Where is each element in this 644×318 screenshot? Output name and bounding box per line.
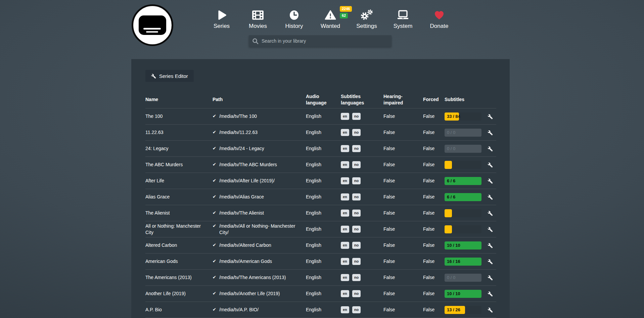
series-path: /media/tv/24 - Legacy [219,145,264,152]
nav-label: History [285,23,303,30]
forced-cell: False [423,129,445,136]
audio-language-cell: English [306,178,341,184]
series-name[interactable]: 24: Legacy [145,145,213,152]
edit-series-button[interactable] [481,146,496,151]
hearing-impaired-cell: False [383,242,423,248]
edit-series-button[interactable] [481,162,496,168]
series-name[interactable]: All or Nothing: Manchester City [145,223,213,236]
header-subtitles: Subtitles [445,96,481,103]
subtitles-progress-label: 6 / 6 [447,193,455,201]
nav-item-movies[interactable]: Movies [240,7,276,30]
table-row: 11.22.63 ✔ /media/tv/11.22.63 English en… [145,125,496,141]
nav-item-system[interactable]: System [385,7,421,30]
bazarr-logo[interactable] [132,4,173,46]
check-icon: ✔ [213,258,216,265]
subtitles-languages-cell: enno [341,306,383,313]
edit-series-button[interactable] [481,194,496,200]
forced-cell: False [423,307,445,313]
edit-series-button[interactable] [481,307,496,313]
subtitles-cell [445,209,481,217]
subtitles-languages-cell: enno [341,193,383,200]
edit-series-button[interactable] [481,275,496,280]
main-nav: Series Movies History 2 [203,7,457,30]
series-name[interactable]: The Americans (2013) [145,274,213,281]
series-editor-button[interactable]: Series Editor [145,70,194,82]
wanted-badges: 2246 62 [340,6,352,18]
language-badge: en [341,290,349,297]
edit-series-button[interactable] [481,259,496,264]
audio-language-cell: English [306,129,341,136]
check-icon: ✔ [213,162,216,168]
series-name[interactable]: The 100 [145,113,213,120]
table-row: Altered Carbon ✔ /media/tv/Altered Carbo… [145,237,496,254]
subtitles-progress-label: 10 / 10 [447,241,460,249]
series-name[interactable]: A.P. Bio [145,307,213,313]
edit-series-button[interactable] [481,211,496,216]
edit-series-button[interactable] [481,291,496,297]
series-path: /media/tv/A.P. BIO/ [219,307,259,313]
subtitles-languages-cell: enno [341,274,383,281]
subtitles-progress-bar: 10 / 10 [445,290,481,298]
table-row: The ABC Murders ✔ /media/tv/The ABC Murd… [145,157,496,173]
table-row: The Americans (2013) ✔ /media/tv/The Ame… [145,270,496,286]
wrench-icon [488,307,493,313]
audio-language-cell: English [306,274,341,281]
edit-series-button[interactable] [481,178,496,184]
forced-cell: False [423,178,445,184]
audio-language-cell: English [306,162,341,168]
series-name[interactable]: The Alienist [145,210,213,216]
audio-language-cell: English [306,113,341,120]
subtitles-cell: 0 / 0 [445,274,481,282]
series-path-cell: ✔ /media/tv/Altered Carbon [213,242,306,248]
series-name[interactable]: 11.22.63 [145,129,213,136]
language-badge: en [341,258,349,265]
table-row: All or Nothing: Manchester City ✔ /media… [145,221,496,237]
edit-series-button[interactable] [481,130,496,135]
forced-cell: False [423,226,445,232]
series-path-cell: ✔ /media/tv/The ABC Murders [213,162,306,168]
series-name[interactable]: The ABC Murders [145,162,213,168]
nav-item-settings[interactable]: Settings [349,7,385,30]
subtitles-cell [445,161,481,169]
wrench-icon [488,194,493,200]
nav-label: Settings [356,23,377,30]
nav-item-wanted[interactable]: 2246 62 Wanted [312,7,349,30]
language-badge: no [352,129,361,136]
series-path: /media/tv/Altered Carbon [219,242,271,248]
nav-item-history[interactable]: History [276,7,312,30]
edit-series-button[interactable] [481,227,496,232]
subtitles-cell [445,225,481,233]
table-row: The 100 ✔ /media/tv/The 100 English enno… [145,108,496,125]
audio-language-cell: English [306,226,341,232]
wrench-icon [488,243,493,248]
edit-series-button[interactable] [481,243,496,248]
nav-item-series[interactable]: Series [203,7,240,30]
subtitles-cell: 6 / 6 [445,193,481,201]
subtitles-progress-bar: 6 / 6 [445,193,481,201]
subtitles-cell: 33 / 84 [445,112,481,121]
wanted-warning-badge: 2246 [340,6,352,12]
series-name[interactable]: Another Life (2019) [145,290,213,297]
subtitles-languages-cell: enno [341,129,383,136]
series-path: /media/tv/Alias Grace [219,194,264,200]
nav-item-donate[interactable]: Donate [421,7,457,30]
series-name[interactable]: After Life [145,178,213,184]
audio-language-cell: English [306,242,341,248]
subtitles-progress-bar: 6 / 6 [445,177,481,185]
series-name[interactable]: American Gods [145,258,213,265]
series-path: /media/tv/The 100 [219,113,257,120]
search-input[interactable] [262,38,388,44]
subtitles-cell: 6 / 6 [445,177,481,185]
table-row: Alias Grace ✔ /media/tv/Alias Grace Engl… [145,189,496,205]
language-badge: en [341,274,349,281]
series-path-cell: ✔ /media/tv/Another Life (2019) [213,290,306,297]
heart-icon [434,8,445,22]
subtitles-progress-label: 13 / 26 [447,306,460,314]
series-name[interactable]: Alias Grace [145,194,213,200]
language-badge: en [341,129,349,136]
table-row: American Gods ✔ /media/tv/American Gods … [145,254,496,270]
edit-series-button[interactable] [481,114,496,119]
nav-label: System [394,23,413,30]
series-name[interactable]: Altered Carbon [145,242,213,248]
forced-cell: False [423,210,445,216]
